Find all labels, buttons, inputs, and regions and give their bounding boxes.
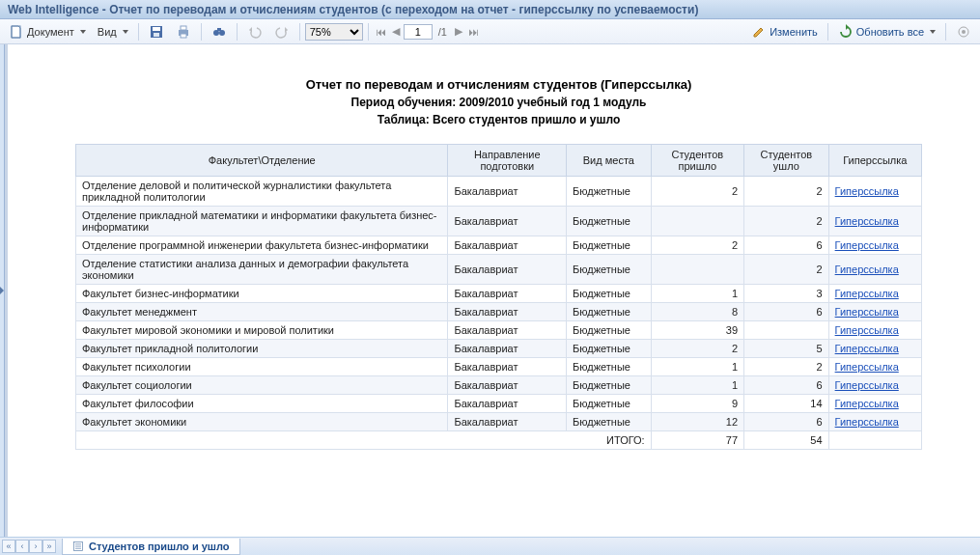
cell-direction: Бакалавриат — [448, 285, 567, 303]
cell-dept: Факультет философии — [76, 395, 448, 413]
cell-in: 1 — [651, 358, 743, 376]
page-prev-button[interactable]: ◀ — [390, 22, 402, 42]
cell-out: 14 — [744, 395, 829, 413]
cell-in: 1 — [651, 285, 743, 303]
svg-rect-0 — [12, 26, 20, 38]
redo-button[interactable] — [269, 22, 294, 42]
table-total-row: ИТОГО:7754 — [76, 431, 922, 450]
report-tab-icon — [72, 541, 84, 552]
cell-out: 6 — [744, 413, 829, 431]
tab-last-button[interactable]: » — [42, 540, 56, 553]
tab-prev-button[interactable]: ‹ — [15, 540, 29, 553]
cell-direction: Бакалавриат — [448, 255, 567, 285]
tab-label: Студентов пришло и ушло — [89, 541, 230, 552]
cell-type: Бюджетные — [567, 236, 652, 255]
cell-in: 2 — [651, 340, 743, 358]
col-type: Вид места — [567, 145, 652, 177]
hyperlink[interactable]: Гиперссылка — [835, 343, 899, 354]
page-first-button[interactable]: ⏮ — [374, 22, 388, 42]
cell-in: 2 — [651, 177, 743, 207]
cell-link: Гиперссылка — [828, 413, 921, 431]
page-last-button[interactable]: ⏭ — [466, 22, 481, 42]
hyperlink[interactable]: Гиперссылка — [835, 416, 899, 428]
hyperlink[interactable]: Гиперссылка — [835, 215, 899, 227]
find-button[interactable] — [207, 22, 232, 42]
table-row: Факультет бизнес-информатикиБакалавриатБ… — [76, 285, 922, 303]
cell-type: Бюджетные — [567, 285, 652, 303]
report-caption: Таблица: Всего студентов пришло и ушло — [75, 113, 922, 126]
page-number-input[interactable] — [404, 24, 433, 40]
cell-link: Гиперссылка — [828, 303, 921, 321]
window-title-bar: Web Intelligence - Отчет по переводам и … — [0, 0, 980, 19]
hyperlink[interactable]: Гиперссылка — [835, 185, 899, 197]
col-link: Гиперссылка — [828, 145, 921, 177]
page-next-button[interactable]: ▶ — [453, 22, 464, 42]
toolbar-separator — [237, 23, 238, 41]
cell-type: Бюджетные — [567, 340, 652, 358]
view-menu[interactable]: Вид — [93, 22, 133, 42]
hyperlink[interactable]: Гиперссылка — [835, 398, 899, 409]
cell-direction: Бакалавриат — [448, 177, 567, 207]
cell-direction: Бакалавриат — [448, 413, 567, 431]
cell-in: 1 — [651, 376, 743, 395]
cell-type: Бюджетные — [567, 395, 652, 413]
cell-dept: Факультет социологии — [76, 376, 448, 395]
svg-rect-6 — [181, 34, 186, 38]
track-button[interactable] — [951, 22, 976, 42]
edit-icon — [751, 24, 767, 40]
cell-dept: Отделение программной инженерии факульте… — [76, 236, 448, 255]
refresh-all-button[interactable]: Обновить все — [833, 22, 940, 42]
tab-first-button[interactable]: « — [2, 540, 15, 553]
cell-in: 39 — [651, 321, 743, 340]
undo-button[interactable] — [242, 22, 267, 42]
cell-direction: Бакалавриат — [448, 207, 567, 236]
cell-link: Гиперссылка — [828, 395, 921, 413]
document-icon — [9, 24, 24, 40]
cell-link: Гиперссылка — [828, 236, 921, 255]
document-tabs-bar: « ‹ › » Студентов пришло и ушло — [0, 537, 980, 555]
cell-dept: Факультет мировой экономики и мировой по… — [76, 321, 448, 340]
report-title: Отчет по переводам и отчислениям студент… — [75, 77, 922, 92]
edit-button[interactable]: Изменить — [746, 22, 823, 42]
cell-dept: Факультет прикладной политологии — [76, 340, 448, 358]
svg-point-11 — [962, 30, 966, 34]
cell-out: 3 — [744, 285, 829, 303]
page-total: /1 — [434, 26, 451, 38]
hyperlink[interactable]: Гиперссылка — [835, 239, 899, 251]
save-button[interactable] — [144, 22, 169, 42]
col-out: Студентов ушло — [744, 145, 829, 177]
cell-out: 6 — [744, 303, 829, 321]
hyperlink[interactable]: Гиперссылка — [835, 264, 899, 275]
next-icon: ▶ — [455, 25, 462, 38]
active-report-tab[interactable]: Студентов пришло и ушло — [62, 539, 240, 555]
hyperlink[interactable]: Гиперссылка — [835, 306, 899, 318]
table-row: Отделение прикладной математики и информ… — [76, 207, 922, 236]
table-row: Отделение статистики анализа данных и де… — [76, 255, 922, 285]
cell-out: 2 — [744, 255, 829, 285]
hyperlink[interactable]: Гиперссылка — [835, 361, 899, 373]
document-menu[interactable]: Документ — [4, 22, 91, 42]
hyperlink[interactable]: Гиперссылка — [835, 379, 899, 391]
prev-icon: ◀ — [392, 25, 400, 38]
cell-dept: Отделение деловой и политической журнали… — [76, 177, 448, 207]
cell-type: Бюджетные — [567, 321, 652, 340]
cell-type: Бюджетные — [567, 358, 652, 376]
print-button[interactable] — [171, 22, 196, 42]
cell-in: 2 — [651, 236, 743, 255]
hyperlink[interactable]: Гиперссылка — [835, 324, 899, 336]
cell-direction: Бакалавриат — [448, 321, 567, 340]
table-header-row: Факультет\Отделение Направление подготов… — [76, 145, 922, 177]
cell-direction: Бакалавриат — [448, 358, 567, 376]
cell-type: Бюджетные — [567, 303, 652, 321]
table-row: Отделение программной инженерии факульте… — [76, 236, 922, 255]
tab-next-button[interactable]: › — [29, 540, 42, 553]
cell-link: Гиперссылка — [828, 340, 921, 358]
toolbar-separator — [945, 23, 946, 41]
zoom-select[interactable]: 75% — [305, 23, 363, 41]
cell-in: 9 — [651, 395, 743, 413]
report-period: Период обучения: 2009/2010 учебный год 1… — [75, 96, 922, 109]
cell-link: Гиперссылка — [828, 177, 921, 207]
cell-link: Гиперссылка — [828, 376, 921, 395]
hyperlink[interactable]: Гиперссылка — [835, 288, 899, 299]
cell-out: 6 — [744, 376, 829, 395]
